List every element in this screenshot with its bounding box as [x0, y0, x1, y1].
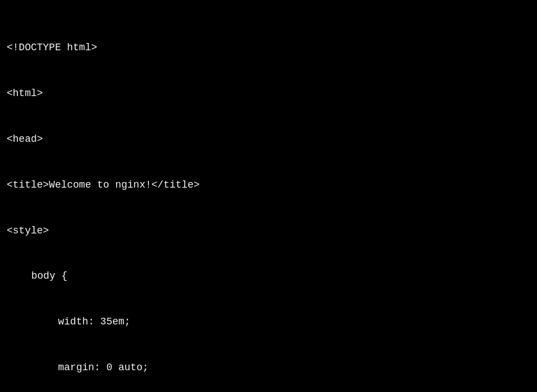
code-line-1: <!DOCTYPE html>	[2, 40, 535, 56]
code-line-6: body {	[2, 269, 535, 284]
code-line-4: <title>Welcome to nginx!</title>	[2, 178, 535, 193]
code-line-2: <html>	[2, 86, 535, 102]
code-viewer: <!DOCTYPE html> <html> <head> <title>Wel…	[0, 6, 537, 386]
code-line-5: <style>	[2, 223, 535, 239]
code-line-8: margin: 0 auto;	[2, 360, 535, 376]
code-line-7: width: 35em;	[2, 314, 535, 330]
code-line-3: <head>	[2, 132, 535, 147]
